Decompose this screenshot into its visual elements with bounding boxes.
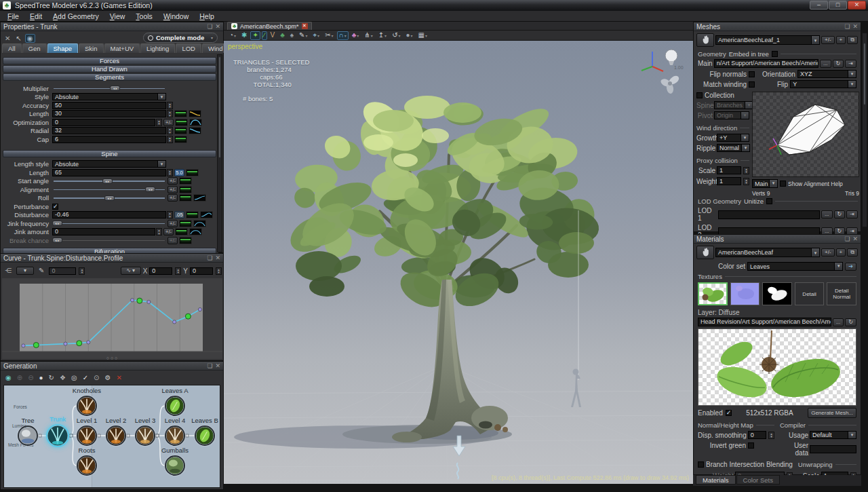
menu-help[interactable]: Help bbox=[195, 12, 219, 21]
node-roots[interactable] bbox=[77, 455, 97, 476]
node-level-2[interactable] bbox=[106, 425, 126, 446]
node-level-3[interactable] bbox=[135, 425, 155, 446]
node-level-1[interactable] bbox=[77, 425, 97, 446]
menu-edit[interactable]: Edit bbox=[25, 12, 47, 21]
main-mesh-path-field[interactable]: n/Art Support/American Beech/AmericanBee… bbox=[714, 59, 818, 68]
disp-smoothing-field[interactable]: 0 bbox=[748, 431, 766, 439]
normal-texture-thumb[interactable] bbox=[730, 282, 760, 305]
detail-texture-thumb[interactable]: Detail bbox=[795, 282, 825, 305]
cut-tool-icon[interactable]: ⋔▾ bbox=[362, 31, 374, 40]
lod1-reload-icon[interactable]: ↻ bbox=[834, 210, 846, 219]
grab-hand-icon[interactable] bbox=[696, 33, 714, 47]
menu-add-geometry[interactable]: Add Geometry bbox=[48, 12, 104, 21]
length-style-dropdown[interactable]: Absolute▾ bbox=[52, 160, 166, 168]
generate-mesh-button[interactable]: Generate Mesh... bbox=[808, 408, 856, 418]
spine-length-stepper[interactable]: ▴▾ bbox=[167, 169, 173, 176]
tab-lod[interactable]: LOD bbox=[176, 43, 201, 53]
node-leaves-b[interactable] bbox=[195, 425, 215, 446]
radial-profile-curve[interactable] bbox=[189, 127, 201, 134]
remove-group-icon[interactable]: ⊖ bbox=[26, 374, 35, 383]
unitize-checkbox[interactable] bbox=[766, 198, 772, 204]
splitter-handle[interactable]: ○ ○ ○ bbox=[106, 356, 118, 360]
spine-length-variance-badge[interactable]: 5.0 bbox=[174, 169, 184, 176]
optimization-variance-button[interactable]: +/- bbox=[163, 119, 174, 126]
proxy-scale-field[interactable]: 1 bbox=[717, 166, 741, 174]
curve-index-field[interactable]: 0 bbox=[49, 267, 76, 275]
accuracy-stepper[interactable]: ▴▾ bbox=[167, 102, 173, 109]
preview-lod-dropdown[interactable]: Main▾ bbox=[752, 179, 778, 188]
multiplier-slider[interactable] bbox=[52, 85, 166, 92]
curve-preset-button[interactable]: ∿ ▾ bbox=[121, 267, 141, 275]
hook-tool-icon[interactable]: ∩▾ bbox=[337, 31, 349, 40]
texture-reload-icon[interactable]: ↻ bbox=[845, 318, 856, 326]
mode-dropdown[interactable]: Complete mode ▾ bbox=[143, 33, 218, 43]
menu-window[interactable]: Window bbox=[159, 12, 193, 21]
texture-path-field[interactable]: Head Revision/Art Support/American Beech… bbox=[698, 318, 831, 326]
show-alignment-checkbox[interactable] bbox=[780, 181, 786, 187]
cap-field[interactable]: 6 bbox=[52, 136, 166, 143]
browse-button[interactable]: ... bbox=[820, 60, 831, 68]
curve-editor-plot[interactable] bbox=[2, 278, 222, 359]
menu-tools[interactable]: Tools bbox=[131, 12, 157, 21]
diffuse-texture-thumb[interactable] bbox=[698, 282, 728, 305]
proxy-weight-stepper[interactable]: ▴▾ bbox=[743, 178, 749, 185]
node-knotholes[interactable] bbox=[77, 396, 97, 416]
node-tree[interactable] bbox=[18, 425, 38, 446]
node-leaves-a[interactable] bbox=[165, 396, 185, 416]
maximize-button[interactable]: □ bbox=[829, 1, 847, 10]
tab-color-sets[interactable]: Color Sets bbox=[736, 475, 780, 485]
break-chance-variance[interactable]: +/- bbox=[167, 237, 178, 244]
radial-field[interactable]: 32 bbox=[52, 127, 166, 134]
wind-widget[interactable] bbox=[660, 74, 681, 94]
close-panel-icon[interactable]: ✕ bbox=[852, 23, 858, 30]
sphere-icon[interactable]: ● bbox=[37, 374, 45, 383]
disturbance-stepper[interactable]: ▴▾ bbox=[167, 211, 173, 219]
tab-lighting[interactable]: Lighting bbox=[140, 43, 175, 53]
spine-length-gbar[interactable] bbox=[186, 169, 199, 176]
close-panel-icon[interactable]: ✕ bbox=[852, 235, 858, 242]
light-widget[interactable] bbox=[665, 50, 677, 65]
jink-frequency-slider[interactable] bbox=[52, 220, 166, 227]
trunk-tool-icon[interactable]: ♠ bbox=[288, 31, 296, 40]
collection-checkbox[interactable] bbox=[696, 92, 703, 98]
node-trunk[interactable] bbox=[46, 424, 69, 447]
dock-icon[interactable]: ❏ bbox=[207, 254, 212, 261]
length-field[interactable]: 30 bbox=[52, 110, 166, 117]
add-group-icon[interactable]: ⊕ bbox=[15, 374, 24, 383]
branch-blending-checkbox[interactable] bbox=[698, 461, 704, 468]
dock-icon[interactable]: ❏ bbox=[844, 23, 850, 30]
jink-amount-gbar[interactable] bbox=[175, 228, 188, 235]
roll-curve[interactable] bbox=[193, 194, 206, 202]
orientation-dropdown[interactable]: XYZ▾ bbox=[797, 70, 856, 78]
properties-scrollbar[interactable] bbox=[217, 54, 222, 252]
flip-dropdown[interactable]: Y▾ bbox=[790, 80, 856, 88]
camera-icon[interactable]: ◔▾ bbox=[227, 31, 238, 40]
mesh-preview[interactable] bbox=[752, 92, 859, 177]
reload-icon[interactable]: ↻ bbox=[833, 60, 844, 68]
node-graph[interactable]: Forces Lumies Mesh Forces Tree Trunk Kno… bbox=[3, 385, 220, 488]
usage-dropdown[interactable]: Default▾ bbox=[810, 431, 856, 439]
section-hand-drawn[interactable]: Hand Drawn bbox=[3, 65, 216, 73]
disturbance-gbar[interactable] bbox=[186, 211, 199, 219]
close-panel-icon[interactable]: ✕ bbox=[215, 23, 220, 30]
pick-query-icon[interactable]: ↖ bbox=[14, 34, 23, 43]
radial-stepper[interactable]: ▴▾ bbox=[167, 127, 173, 134]
style-dropdown[interactable]: Absolute▾ bbox=[52, 93, 166, 100]
show-nodes-icon[interactable]: ◎ bbox=[69, 374, 79, 383]
lod1-export-icon[interactable]: ⇥ bbox=[846, 210, 858, 219]
alignment-variance[interactable]: +/- bbox=[167, 186, 178, 193]
menu-view[interactable]: View bbox=[105, 12, 130, 21]
mesh-select-dropdown[interactable]: AmericanBeechLeaf_1▾ bbox=[715, 35, 820, 45]
viewport-mode-label[interactable]: perspective bbox=[228, 43, 262, 50]
length-profile-curve[interactable] bbox=[189, 110, 201, 117]
hand-icon[interactable]: ❖ bbox=[58, 374, 68, 383]
tab-materials[interactable]: Materials bbox=[696, 475, 736, 485]
delete-icon[interactable]: ✕ bbox=[3, 34, 12, 43]
section-segments[interactable]: Segments bbox=[3, 73, 216, 81]
jink-frequency-gbar[interactable] bbox=[179, 220, 192, 227]
accuracy-field[interactable]: 50 bbox=[52, 102, 166, 109]
material-select-dropdown[interactable]: AmericanBeechLeaf▾ bbox=[715, 248, 820, 257]
copy-material-icon[interactable]: ⧉ bbox=[847, 248, 858, 257]
curve-style-button[interactable]: ▾ bbox=[16, 267, 34, 275]
tab-all[interactable]: All bbox=[2, 43, 22, 53]
